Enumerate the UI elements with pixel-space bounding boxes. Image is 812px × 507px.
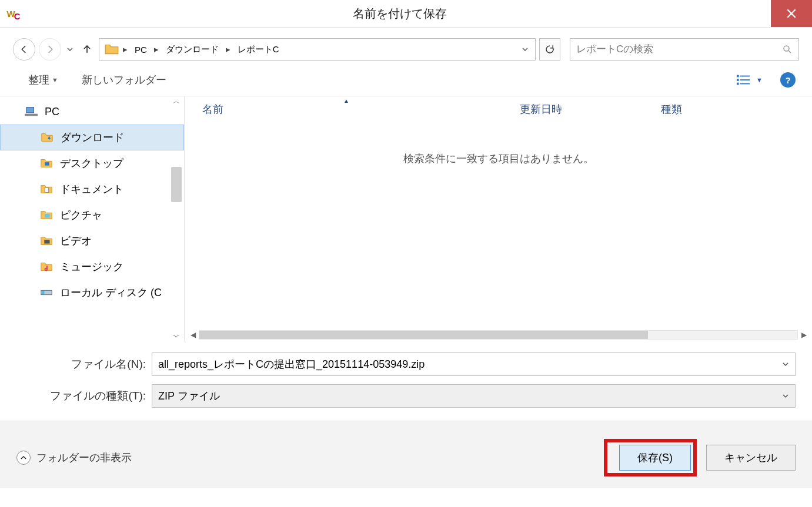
hide-folders-label: フォルダーの非表示 — [36, 451, 132, 465]
filename-dropdown[interactable] — [782, 358, 789, 371]
up-button[interactable] — [79, 43, 95, 56]
folder-tree[interactable]: ︿ PC ダウンロード デスクトップ ドキュメント ピクチャ — [0, 96, 185, 342]
svg-rect-6 — [740, 83, 750, 85]
column-type-label: 種類 — [661, 102, 682, 116]
chevron-right-icon: ▸ — [153, 44, 160, 55]
new-folder-label: 新しいフォルダー — [82, 73, 166, 87]
chevron-down-icon: ▼ — [52, 76, 58, 83]
column-name[interactable]: 名前 ▲ — [202, 102, 520, 116]
svg-rect-11 — [45, 214, 49, 217]
tree-label: ミュージック — [60, 260, 123, 274]
breadcrumb-reportc[interactable]: レポートC — [232, 44, 285, 55]
filetype-label: ファイルの種類(T): — [16, 388, 152, 404]
help-icon: ? — [785, 75, 790, 85]
svg-rect-5 — [737, 83, 739, 85]
documents-folder-icon — [39, 183, 54, 196]
svg-rect-14 — [42, 291, 45, 294]
scroll-up-arrow[interactable]: ︿ — [169, 96, 184, 106]
tree-label: ダウンロード — [61, 130, 124, 145]
details-view-icon — [736, 73, 751, 86]
tree-label: ドキュメント — [60, 182, 123, 196]
window-title: 名前を付けて保存 — [28, 6, 771, 22]
help-button[interactable]: ? — [780, 72, 796, 88]
svg-rect-2 — [740, 76, 750, 77]
organize-label: 整理 — [28, 73, 49, 87]
sort-indicator-icon: ▲ — [343, 98, 349, 104]
tree-label: ビデオ — [60, 234, 92, 248]
close-button[interactable] — [771, 0, 812, 27]
folder-icon — [104, 42, 119, 57]
tree-node-pictures[interactable]: ピクチャ — [0, 202, 184, 228]
search-input[interactable] — [576, 43, 782, 55]
svg-rect-10 — [45, 187, 48, 192]
address-bar[interactable]: ▸ PC ▸ ダウンロード ▸ レポートC — [99, 38, 536, 61]
scroll-down-arrow[interactable]: ﹀ — [169, 332, 184, 342]
chevron-down-icon: ▼ — [756, 76, 763, 83]
tree-label: ピクチャ — [60, 208, 102, 222]
tree-node-downloads[interactable]: ダウンロード — [0, 125, 184, 150]
drive-icon — [39, 286, 54, 299]
filetype-dropdown[interactable] — [782, 390, 789, 402]
sidebar-scrollbar-thumb[interactable] — [171, 167, 182, 202]
tree-label: PC — [45, 106, 59, 118]
filetype-combo[interactable]: ZIP ファイル — [152, 384, 796, 408]
chevron-right-icon: ▸ — [225, 44, 232, 55]
column-modified-label: 更新日時 — [520, 102, 562, 116]
desktop-folder-icon — [39, 157, 54, 170]
chevron-right-icon: ▸ — [122, 44, 129, 55]
svg-rect-1 — [737, 75, 739, 78]
address-dropdown[interactable] — [517, 45, 533, 55]
tree-label: ローカル ディスク (C — [60, 286, 162, 300]
search-box[interactable] — [570, 38, 799, 61]
music-folder-icon — [39, 260, 54, 273]
horizontal-scrollbar[interactable]: ◀ ▶ — [185, 328, 812, 342]
svg-rect-4 — [740, 79, 750, 80]
empty-message: 検索条件に一致する項目はありません。 — [185, 152, 812, 166]
scroll-left-arrow[interactable]: ◀ — [187, 331, 199, 339]
filename-label: ファイル名(N): — [16, 357, 152, 372]
save-button-highlight: 保存(S) — [604, 439, 697, 476]
filetype-value: ZIP ファイル — [158, 389, 220, 403]
breadcrumb-downloads[interactable]: ダウンロード — [160, 44, 225, 55]
filename-combo[interactable] — [152, 352, 796, 376]
view-button[interactable]: ▼ — [736, 73, 763, 86]
back-button[interactable] — [13, 38, 35, 61]
breadcrumb-pc[interactable]: PC — [129, 45, 153, 55]
svg-rect-9 — [45, 162, 49, 166]
search-icon — [782, 44, 793, 55]
hide-folders-link[interactable]: フォルダーの非表示 — [16, 451, 132, 465]
scrollbar-thumb[interactable] — [199, 331, 648, 339]
new-folder-button[interactable]: 新しいフォルダー — [82, 73, 166, 87]
svg-rect-7 — [26, 108, 34, 113]
svg-point-0 — [784, 46, 789, 51]
history-dropdown[interactable] — [65, 45, 75, 55]
forward-button[interactable] — [39, 38, 61, 61]
column-modified[interactable]: 更新日時 — [520, 102, 661, 116]
tree-node-pc[interactable]: PC — [0, 99, 184, 125]
pictures-folder-icon — [39, 209, 54, 221]
column-type[interactable]: 種類 — [661, 102, 682, 116]
tree-node-desktop[interactable]: デスクトップ — [0, 150, 184, 176]
organize-button[interactable]: 整理 ▼ — [28, 73, 58, 87]
tree-node-documents[interactable]: ドキュメント — [0, 176, 184, 202]
app-icon: WC — [0, 9, 28, 19]
filename-input[interactable] — [158, 358, 782, 371]
refresh-button[interactable] — [539, 38, 560, 61]
scrollbar-track[interactable] — [199, 330, 798, 340]
svg-rect-12 — [44, 240, 49, 243]
save-button[interactable]: 保存(S) — [619, 445, 691, 471]
column-name-label: 名前 — [202, 102, 223, 116]
collapse-icon — [16, 451, 31, 465]
cancel-button[interactable]: キャンセル — [706, 445, 796, 471]
tree-node-localdisk[interactable]: ローカル ディスク (C — [0, 280, 184, 305]
svg-rect-3 — [737, 79, 739, 81]
downloads-folder-icon — [39, 131, 55, 144]
videos-folder-icon — [39, 234, 54, 247]
pc-icon — [24, 105, 39, 118]
tree-node-videos[interactable]: ビデオ — [0, 228, 184, 254]
scroll-right-arrow[interactable]: ▶ — [798, 331, 810, 339]
tree-label: デスクトップ — [60, 156, 123, 170]
tree-node-music[interactable]: ミュージック — [0, 254, 184, 280]
svg-rect-8 — [25, 114, 38, 116]
